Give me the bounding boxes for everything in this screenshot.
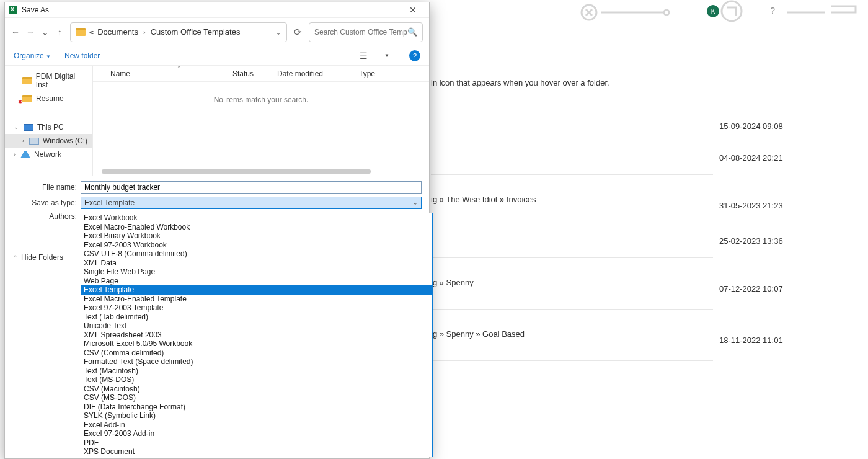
file-grid[interactable]: Name Status Date modified Type No items …	[93, 66, 429, 176]
save-type-option[interactable]: Single File Web Page	[81, 267, 432, 277]
row-crumb: ig » The Wise Idiot » Invoices	[431, 195, 713, 204]
col-date[interactable]: Date modified	[277, 69, 359, 78]
col-status[interactable]: Status	[232, 69, 277, 78]
folder-icon	[76, 28, 86, 36]
dialog-title: Save As	[22, 6, 49, 14]
svg-point-2	[722, 1, 742, 21]
user-avatar[interactable]: K	[707, 5, 719, 17]
save-type-option[interactable]: Excel 97-2003 Template	[81, 303, 432, 313]
save-type-option[interactable]: PDF	[81, 439, 432, 448]
dialog-titlebar[interactable]: Save As ✕	[5, 2, 429, 18]
chevron-up-icon: ⌃	[12, 254, 17, 261]
row-time: 07-12-2022 10:07	[719, 284, 843, 293]
save-type-option[interactable]: Text (MS-DOS)	[81, 375, 432, 385]
save-type-option[interactable]: CSV (Macintosh)	[81, 385, 432, 394]
save-type-option[interactable]: CSV UTF-8 (Comma delimited)	[81, 249, 432, 259]
tree-item-pdm[interactable]: PDM Digital Inst	[5, 69, 92, 92]
row-crumb: ig » Spenny » Goal Based	[431, 329, 713, 339]
help-icon[interactable]: ?	[770, 6, 775, 16]
expand-icon[interactable]: ›	[22, 138, 24, 144]
chevron-down-icon: ▼	[46, 54, 51, 60]
save-type-option[interactable]: Microsoft Excel 5.0/95 Workbook	[81, 339, 432, 349]
save-type-option[interactable]: XML Data	[81, 259, 432, 268]
address-bar[interactable]: « Documents › Custom Office Templates ⌄	[70, 22, 287, 42]
expand-icon[interactable]: ›	[14, 151, 16, 158]
close-icon[interactable]: ✕	[401, 5, 425, 15]
row-crumb: ig » Spenny	[431, 278, 713, 287]
save-type-option[interactable]: XPS Document	[81, 447, 432, 457]
pin-hint-text: in icon that appears when you hover over…	[431, 78, 609, 87]
save-type-dropdown[interactable]: Excel WorkbookExcel Macro-Enabled Workbo…	[81, 213, 433, 457]
forward-icon[interactable]: →	[26, 27, 35, 37]
col-name[interactable]: Name	[93, 69, 232, 78]
drive-icon	[29, 138, 39, 145]
save-type-option[interactable]: XML Spreadsheet 2003	[81, 331, 432, 340]
col-type[interactable]: Type	[359, 69, 429, 78]
search-input[interactable]	[314, 28, 407, 37]
pc-icon	[24, 124, 33, 131]
history-caret-icon[interactable]: ⌄	[41, 27, 50, 37]
expand-icon[interactable]: ⌄	[14, 124, 19, 130]
grid-empty-text: No items match your search.	[93, 96, 429, 104]
tree-item-resume[interactable]: Resume	[5, 92, 92, 105]
recent-list: 15-09-2024 09:08 04-08-2024 20:21 31-05-…	[431, 112, 713, 361]
tree-item-thispc[interactable]: ⌄This PC	[5, 120, 92, 134]
folder-tree[interactable]: ⌃ PDM Digital Inst Resume ⌄This PC ›Wind…	[5, 66, 93, 176]
save-type-option[interactable]: Excel Macro-Enabled Workbook	[81, 223, 432, 232]
row-time: 31-05-2023 21:23	[719, 201, 843, 210]
save-type-option[interactable]: Formatted Text (Space delimited)	[81, 357, 432, 367]
save-type-option[interactable]: Excel Template	[81, 285, 432, 295]
save-type-option[interactable]: Excel Add-in	[81, 421, 432, 430]
save-type-label: Save as type:	[12, 198, 81, 207]
folder-error-icon	[22, 95, 32, 102]
save-type-option[interactable]: SYLK (Symbolic Link)	[81, 411, 432, 421]
search-icon[interactable]: 🔍	[407, 27, 417, 37]
excel-icon	[9, 6, 17, 14]
save-type-option[interactable]: Web Page	[81, 277, 432, 286]
back-icon[interactable]: ←	[11, 27, 20, 37]
breadcrumb-seg[interactable]: Documents	[97, 27, 138, 37]
save-type-option[interactable]: Excel Macro-Enabled Template	[81, 295, 432, 304]
file-name-input[interactable]	[81, 181, 422, 194]
help-icon[interactable]: ?	[409, 50, 420, 61]
grid-header[interactable]: Name Status Date modified Type	[93, 66, 429, 82]
chevron-down-icon: ⌄	[413, 200, 418, 206]
save-type-option[interactable]: Excel Workbook	[81, 213, 432, 223]
chevron-down-icon[interactable]: ⌄	[275, 28, 281, 37]
breadcrumb-seg[interactable]: Custom Office Templates	[151, 27, 241, 37]
save-type-option[interactable]: Text (Tab delimited)	[81, 313, 432, 322]
view-mode-icon[interactable]: ☰	[360, 51, 371, 61]
hide-folders-label: Hide Folders	[21, 253, 63, 262]
tree-item-network[interactable]: ›Network	[5, 148, 92, 161]
save-type-option[interactable]: Unicode Text	[81, 321, 432, 331]
save-type-option[interactable]: Text (Macintosh)	[81, 367, 432, 376]
save-type-option[interactable]: DIF (Data Interchange Format)	[81, 403, 432, 412]
save-type-option[interactable]: Excel 97-2003 Workbook	[81, 241, 432, 250]
tree-label: PDM Digital Inst	[36, 72, 89, 89]
save-as-dialog: Save As ✕ ← → ⌄ ↑ « Documents › Custom O…	[4, 2, 430, 459]
authors-label: Authors:	[12, 212, 81, 221]
header-decor	[570, 0, 868, 31]
view-caret-icon[interactable]: ▼	[384, 53, 396, 58]
svg-point-1	[664, 10, 669, 15]
refresh-icon[interactable]: ⟳	[293, 27, 303, 38]
tree-label: Windows (C:)	[43, 136, 87, 145]
organize-button[interactable]: Organize ▼	[14, 51, 51, 60]
save-type-combobox[interactable]: Excel Template ⌄	[81, 197, 422, 209]
save-type-option[interactable]: CSV (Comma delimited)	[81, 349, 432, 358]
search-box[interactable]: 🔍	[309, 22, 423, 42]
h-scrollbar[interactable]	[102, 169, 371, 174]
breadcrumb-pre: «	[89, 27, 94, 37]
tree-label: This PC	[37, 123, 64, 131]
up-icon[interactable]: ↑	[56, 27, 64, 37]
new-folder-button[interactable]: New folder	[64, 51, 100, 60]
hide-folders-button[interactable]: ⌃ Hide Folders	[12, 253, 63, 262]
save-type-option[interactable]: Excel 97-2003 Add-in	[81, 429, 432, 439]
save-type-option[interactable]: Excel Binary Workbook	[81, 231, 432, 241]
save-type-option[interactable]: CSV (MS-DOS)	[81, 393, 432, 403]
tree-label: Resume	[36, 94, 64, 103]
toolbar: Organize ▼ New folder ☰ ▼ ?	[5, 46, 429, 66]
nav-row: ← → ⌄ ↑ « Documents › Custom Office Temp…	[5, 18, 429, 46]
chevron-right-icon[interactable]: ›	[143, 29, 146, 36]
tree-item-drive[interactable]: ›Windows (C:)	[5, 134, 92, 148]
